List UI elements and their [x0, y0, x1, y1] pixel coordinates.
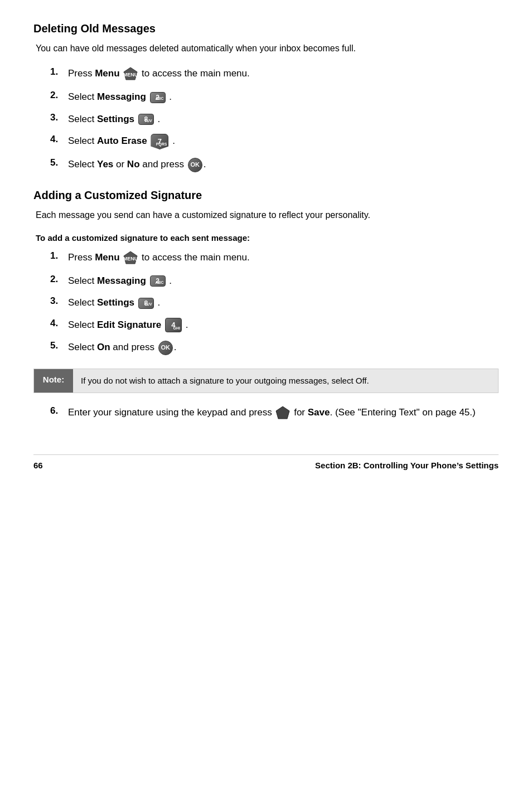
- keyword-auto-erase: Auto Erase: [97, 135, 147, 146]
- keyword-settings: Settings: [97, 114, 134, 124]
- step-content: Select Messaging 2ABC .: [68, 274, 172, 288]
- section-deleting: Deleting Old Messages You can have old m…: [33, 22, 499, 172]
- section1-title: Deleting Old Messages: [33, 22, 499, 35]
- key8-icon: 8TUV: [137, 297, 158, 308]
- section1-steps: 1. Press Menu MENU to access the main me…: [33, 66, 499, 172]
- keyword-menu: Menu: [95, 252, 119, 263]
- step-number: 2.: [50, 90, 65, 101]
- keyword-messaging: Messaging: [97, 275, 146, 286]
- step-number: 5.: [50, 157, 65, 168]
- step-2-5: 5. Select On and press OK.: [33, 340, 499, 355]
- step-2-4: 4. Select Edit Signature 4 GHI .: [33, 318, 499, 333]
- step-number: 3.: [50, 296, 65, 307]
- step-content: Select Yes or No and press OK.: [68, 157, 206, 172]
- step-content: Select Settings 8TUV .: [68, 296, 160, 310]
- step-1-1: 1. Press Menu MENU to access the main me…: [33, 66, 499, 82]
- step-number: 4.: [50, 134, 65, 145]
- footer-section-title: Section 2B: Controlling Your Phone’s Set…: [315, 461, 499, 470]
- section2-steps: 1. Press Menu MENU to access the main me…: [33, 250, 499, 355]
- step-number: 4.: [50, 318, 65, 329]
- step-content: Press Menu MENU to access the main menu.: [68, 250, 250, 266]
- step-1-2: 2. Select Messaging 2ABC .: [33, 90, 499, 104]
- svg-text:MENU: MENU: [123, 72, 138, 78]
- step-content: Press Menu MENU to access the main menu.: [68, 66, 250, 82]
- keyword-edit-signature: Edit Signature: [97, 319, 161, 330]
- section2-title: Adding a Customized Signature: [33, 189, 499, 202]
- page-number: 66: [33, 461, 43, 470]
- ok-icon: OK: [157, 342, 174, 352]
- section-signature: Adding a Customized Signature Each messa…: [33, 189, 499, 422]
- keyword-on: On: [97, 342, 110, 352]
- section2-intro: Each message you send can have a customi…: [33, 209, 499, 222]
- step-number: 6.: [50, 405, 65, 417]
- svg-marker-4: [276, 406, 289, 419]
- key2-icon: 2ABC: [149, 275, 170, 286]
- step-1-5: 5. Select Yes or No and press OK.: [33, 157, 499, 172]
- save-menu-icon: [274, 408, 294, 418]
- menu-icon: MENU: [122, 252, 142, 263]
- step-content: Enter your signature using the keypad an…: [68, 405, 476, 421]
- step-content: Select Settings 8TUV .: [68, 112, 160, 127]
- keyword-yes: Yes: [97, 159, 113, 170]
- step-number: 1.: [50, 66, 65, 78]
- menu-icon: MENU: [122, 68, 142, 79]
- step-1-4: 4. Select Auto Erase 7 PQRS .: [33, 134, 499, 149]
- section2-sub-label: To add a customized signature to each se…: [33, 233, 499, 243]
- keyword-no: No: [127, 159, 140, 170]
- step-number: 1.: [50, 250, 65, 262]
- key2-icon: 2ABC: [149, 91, 170, 102]
- step-content: Select Auto Erase 7 PQRS .: [68, 134, 175, 149]
- step-2-1: 1. Press Menu MENU to access the main me…: [33, 250, 499, 266]
- step-number: 5.: [50, 340, 65, 351]
- step-2-3: 3. Select Settings 8TUV .: [33, 296, 499, 310]
- step-number: 3.: [50, 112, 65, 123]
- step-content: Select Messaging 2ABC .: [68, 90, 172, 104]
- key4-icon: 4 GHI: [164, 319, 186, 330]
- step-content: Select Edit Signature 4 GHI .: [68, 318, 188, 333]
- keyword-menu: Menu: [95, 68, 119, 79]
- step-content: Select On and press OK.: [68, 340, 176, 355]
- note-label: Note:: [34, 369, 73, 393]
- note-box: Note: If you do not wish to attach a sig…: [33, 369, 499, 394]
- ok-icon: OK: [187, 159, 204, 170]
- note-content: If you do not wish to attach a signature…: [73, 369, 377, 393]
- step-number: 2.: [50, 274, 65, 285]
- key7-icon: 7 PQRS: [149, 135, 172, 146]
- keyword-save: Save: [308, 408, 330, 418]
- keyword-settings: Settings: [97, 297, 134, 308]
- section1-intro: You can have old messages deleted automa…: [33, 42, 499, 55]
- svg-text:MENU: MENU: [123, 256, 138, 262]
- page-footer: 66 Section 2B: Controlling Your Phone’s …: [33, 454, 499, 470]
- step-1-3: 3. Select Settings 8TUV .: [33, 112, 499, 127]
- step-2-6: 6. Enter your signature using the keypad…: [33, 405, 499, 421]
- step-2-2: 2. Select Messaging 2ABC .: [33, 274, 499, 288]
- key8-icon: 8TUV: [137, 114, 158, 124]
- keyword-messaging: Messaging: [97, 91, 146, 102]
